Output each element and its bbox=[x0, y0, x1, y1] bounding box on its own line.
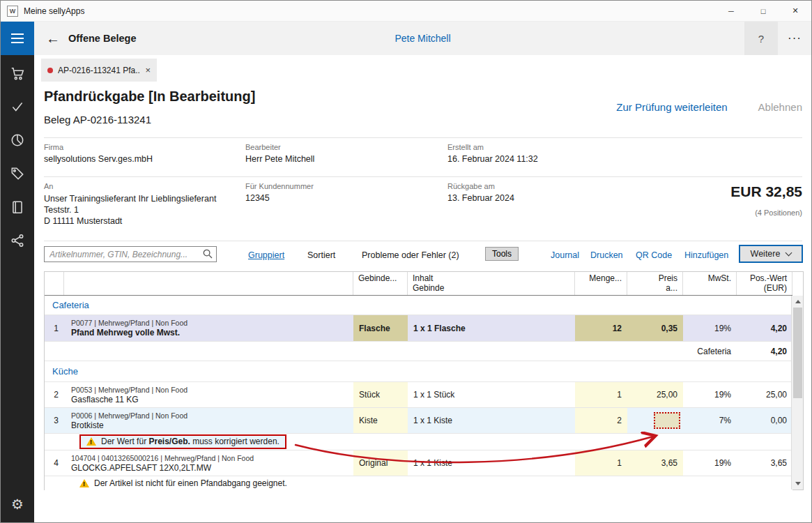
col-pos-wert[interactable]: Pos.-Wert(EUR) bbox=[737, 272, 792, 295]
preis-cell[interactable]: 3,65 bbox=[627, 450, 683, 476]
chevron-down-icon bbox=[786, 249, 792, 256]
menge-cell[interactable]: 12 bbox=[575, 315, 627, 341]
tools-button[interactable]: Tools bbox=[485, 247, 519, 261]
table-row[interactable]: 4 104704 | 04013265000216 | Mehrweg/Pfan… bbox=[45, 450, 792, 476]
table-header-row: Gebinde... InhaltGebinde Menge... Preisa… bbox=[45, 272, 792, 296]
col-inhalt-gebinde[interactable]: InhaltGebinde bbox=[408, 272, 575, 295]
cart-icon[interactable] bbox=[1, 56, 34, 90]
user-name-link[interactable]: Pete Mitchell bbox=[34, 22, 811, 55]
col-gebinde[interactable]: Gebinde... bbox=[353, 272, 408, 295]
close-button[interactable]: ✕ bbox=[779, 1, 811, 21]
pie-chart-icon[interactable] bbox=[1, 123, 34, 157]
document-title: Pfandrückgabe [In Bearbeitung] bbox=[44, 89, 255, 105]
article-meta: P0006 | Mehrweg/Pfand | Non Food bbox=[71, 411, 187, 420]
scroll-up-arrow[interactable] bbox=[792, 296, 804, 308]
table-row[interactable]: 3 P0006 | Mehrweg/Pfand | Non Food Brotk… bbox=[45, 408, 792, 434]
search-input[interactable] bbox=[44, 246, 217, 262]
preis-cell[interactable]: 25,00 bbox=[627, 382, 683, 407]
col-mwst[interactable]: MwSt. bbox=[683, 272, 737, 295]
article-meta: P0053 | Mehrweg/Pfand | Non Food bbox=[71, 386, 187, 394]
warning-message-box: Der Artikel ist nicht für einen Pfandabg… bbox=[79, 478, 287, 488]
group-header-cafeteria[interactable]: Cafeteria bbox=[45, 296, 792, 315]
article-name: Brotkiste bbox=[71, 420, 104, 430]
hamburger-menu-button[interactable] bbox=[1, 22, 34, 55]
reject-button[interactable]: Ablehnen bbox=[758, 101, 802, 113]
tab-label: AP-0216-113241 Pfa... bbox=[58, 66, 140, 75]
preis-cell[interactable]: 0,35 bbox=[627, 315, 683, 341]
more-options-button[interactable]: ··· bbox=[779, 22, 810, 55]
warning-row: Der Artikel ist nicht für einen Pfandabg… bbox=[45, 476, 792, 490]
search-icon bbox=[202, 248, 213, 259]
mwst-cell: 19% bbox=[683, 450, 737, 476]
gebinde-cell[interactable]: Stück bbox=[353, 382, 408, 407]
gebinde-cell[interactable]: Kiste bbox=[353, 408, 408, 433]
gruppiert-toggle[interactable]: Gruppiert bbox=[248, 250, 284, 260]
help-button[interactable]: ? bbox=[744, 22, 778, 55]
journal-book-icon[interactable] bbox=[1, 190, 34, 224]
probleme-filter[interactable]: Probleme oder Fehler (2) bbox=[362, 250, 459, 260]
pos-wert-cell: 4,20 bbox=[737, 315, 792, 341]
qr-code-link[interactable]: QR Code bbox=[636, 250, 672, 260]
scroll-down-arrow[interactable] bbox=[792, 478, 804, 490]
col-menge[interactable]: Menge... bbox=[575, 272, 627, 295]
gebinde-cell[interactable]: Original bbox=[353, 450, 408, 476]
checkmark-icon[interactable] bbox=[1, 90, 34, 123]
menge-cell[interactable]: 1 bbox=[575, 382, 627, 407]
inhalt-cell: 1 x 1 Kiste bbox=[408, 408, 575, 433]
kundennummer-label: Für Kundennummer bbox=[245, 182, 314, 190]
sidebar-nav: ⚙ bbox=[1, 55, 34, 522]
window-controls: ─ □ ✕ bbox=[715, 1, 811, 21]
total-amount: EUR 32,85 bbox=[730, 183, 802, 200]
position-count: (4 Positionen) bbox=[755, 209, 802, 217]
menge-cell[interactable]: 1 bbox=[575, 450, 627, 476]
table-row[interactable]: 1 P0077 | Mehrweg/Pfand | Non Food Pfand… bbox=[45, 315, 792, 342]
share-network-icon[interactable] bbox=[1, 224, 34, 257]
missing-price-field[interactable] bbox=[654, 412, 680, 429]
sortiert-toggle[interactable]: Sortiert bbox=[307, 250, 335, 260]
settings-gear-icon[interactable]: ⚙ bbox=[1, 487, 34, 521]
firma-value: sellysolutions Serv.ges.mbH bbox=[44, 154, 153, 164]
mwst-cell: 19% bbox=[683, 382, 737, 407]
table-row[interactable]: 2 P0053 | Mehrweg/Pfand | Non Food Gasfl… bbox=[45, 382, 792, 408]
journal-link[interactable]: Journal bbox=[551, 250, 579, 260]
subtotal-label: Cafeteria bbox=[45, 342, 737, 361]
scrollbar-thumb[interactable] bbox=[793, 308, 802, 398]
error-message-box: Der Wert für Preis/Geb. muss korrigiert … bbox=[79, 434, 286, 449]
document-number: Beleg AP-0216-113241 bbox=[44, 114, 151, 126]
document-tab[interactable]: AP-0216-113241 Pfa... × bbox=[41, 59, 157, 82]
group-header-kueche[interactable]: Küche bbox=[45, 361, 792, 382]
maximize-button[interactable]: □ bbox=[747, 1, 779, 21]
forward-for-review-button[interactable]: Zur Prüfung weiterleiten bbox=[616, 101, 727, 113]
weitere-dropdown-button[interactable]: Weitere bbox=[739, 245, 803, 263]
hinzufuegen-link[interactable]: Hinzufügen bbox=[684, 250, 728, 260]
row-number: 2 bbox=[45, 382, 64, 407]
row-number: 3 bbox=[45, 408, 64, 433]
row-number: 1 bbox=[45, 315, 64, 341]
document-actions: Zur Prüfung weiterleiten Ablehnen bbox=[616, 101, 802, 113]
kundennummer-value: 12345 bbox=[245, 193, 270, 203]
article-name: GLOCKG.APFELSAFT 12X0,2LT.MW bbox=[71, 463, 211, 473]
article-meta: 104704 | 04013265000216 | Mehrweg/Pfand … bbox=[71, 454, 254, 462]
drucken-link[interactable]: Drucken bbox=[590, 250, 623, 260]
divider bbox=[44, 176, 802, 177]
col-preis[interactable]: Preisa... bbox=[627, 272, 683, 295]
vertical-scrollbar[interactable] bbox=[791, 296, 803, 490]
menge-cell[interactable]: 2 bbox=[575, 408, 627, 433]
title-bar: W Meine sellyApps ─ □ ✕ bbox=[1, 1, 811, 22]
inhalt-cell: 1 x 1 Kiste bbox=[408, 450, 575, 476]
main-content: Pfandrückgabe [In Bearbeitung] Beleg AP-… bbox=[34, 82, 811, 522]
app-logo-icon: W bbox=[7, 6, 18, 17]
gebinde-cell[interactable]: Flasche bbox=[353, 315, 408, 341]
mwst-cell: 19% bbox=[683, 315, 737, 341]
price-tag-icon[interactable] bbox=[1, 157, 34, 190]
inhalt-cell: 1 x 1 Flasche bbox=[408, 315, 575, 341]
group-subtotal-row: Cafeteria 4,20 bbox=[45, 342, 792, 361]
recipient-address: Unser Trainingslieferant Ihr Lieblingsli… bbox=[44, 193, 216, 227]
mwst-cell: 7% bbox=[683, 408, 737, 433]
app-header: ← Offene Belege Pete Mitchell ? ··· bbox=[1, 22, 811, 55]
tab-close-icon[interactable]: × bbox=[145, 65, 151, 75]
minimize-button[interactable]: ─ bbox=[715, 1, 747, 21]
search-box bbox=[44, 246, 217, 262]
preis-cell-error[interactable] bbox=[627, 408, 683, 433]
divider bbox=[44, 241, 802, 241]
